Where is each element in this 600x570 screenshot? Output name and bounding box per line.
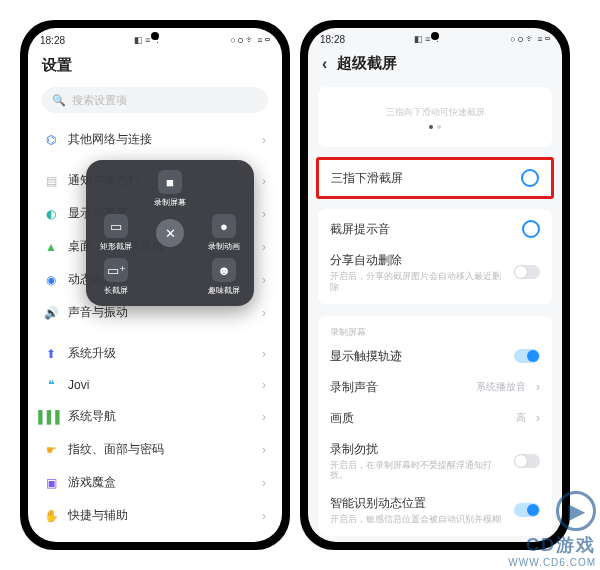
chevron-right-icon: › xyxy=(262,273,266,287)
item-label: 截屏提示音 xyxy=(330,221,512,238)
watermark: ▶ CD游戏 WWW.CD6.COM xyxy=(508,491,596,568)
back-icon[interactable]: ‹ xyxy=(322,55,327,73)
item-icon: 🔊 xyxy=(44,306,58,320)
item-label: 显示触摸轨迹 xyxy=(330,348,504,365)
item-label: 录制声音 xyxy=(330,379,466,396)
chevron-right-icon: › xyxy=(262,410,266,424)
panel-label: 长截屏 xyxy=(104,285,128,296)
chevron-right-icon: › xyxy=(262,476,266,490)
settings-item[interactable]: 显示触摸轨迹 xyxy=(318,341,552,372)
item-label: 分享自动删除 xyxy=(330,252,504,269)
status-right-icons: ○ ▢ ᯤ ≡ ▭ xyxy=(510,34,550,44)
panel-record-anim[interactable]: ● 录制动画 xyxy=(200,214,248,252)
watermark-icon: ▶ xyxy=(556,491,596,531)
chevron-right-icon: › xyxy=(536,411,540,425)
toggle-switch[interactable] xyxy=(514,454,540,468)
search-placeholder: 搜索设置项 xyxy=(72,93,127,108)
panel-label: 矩形截屏 xyxy=(100,241,132,252)
screenshot-panel[interactable]: ■ 录制屏幕 ▭ 矩形截屏 ✕ ● 录制动画 ▭⁺ 长截屏 xyxy=(86,160,254,306)
settings-item[interactable]: ❝Jovi› xyxy=(28,370,282,400)
panel-rect-screenshot[interactable]: ▭ 矩形截屏 xyxy=(92,214,140,252)
chevron-right-icon: › xyxy=(262,240,266,254)
settings-item[interactable]: ▣游戏魔盒› xyxy=(28,466,282,499)
item-label: Jovi xyxy=(68,378,252,392)
chevron-right-icon: › xyxy=(262,509,266,523)
chevron-right-icon: › xyxy=(262,133,266,147)
camera-icon: ■ xyxy=(158,170,182,194)
watermark-text1: CD游戏 xyxy=(526,533,596,557)
item-label: 画质 xyxy=(330,410,506,427)
settings-item[interactable]: 分享自动删除开启后，分享的截屏图片会自动移入最近删除 xyxy=(318,245,552,300)
chevron-right-icon: › xyxy=(262,174,266,188)
panel-record-screen[interactable]: ■ 录制屏幕 xyxy=(146,170,194,208)
rect-icon: ▭ xyxy=(104,214,128,238)
status-time: 18:28 xyxy=(40,35,65,46)
item-icon: ▌▌▌ xyxy=(44,410,58,424)
chevron-right-icon: › xyxy=(262,443,266,457)
item-label: 快捷与辅助 xyxy=(68,507,252,524)
item-icon: ❝ xyxy=(44,378,58,392)
settings-item[interactable]: 截屏提示音 xyxy=(318,213,552,245)
item-value: 系统播放音 xyxy=(476,380,526,394)
close-icon: ✕ xyxy=(156,219,184,247)
item-sub: 开启后，在录制屏幕时不受提醒浮通知打扰。 xyxy=(330,460,504,482)
chevron-right-icon: › xyxy=(536,380,540,394)
status-time: 18:28 xyxy=(320,34,345,45)
page-title: 超级截屏 xyxy=(337,54,397,73)
watermark-text2: WWW.CD6.COM xyxy=(508,557,596,568)
settings-item[interactable]: 画质高› xyxy=(318,403,552,434)
item-icon: ⌬ xyxy=(44,133,58,147)
search-icon: 🔍 xyxy=(52,94,66,107)
phone-right: 18:28 ◧ ≡ ⋮ ○ ▢ ᯤ ≡ ▭ ‹ 超级截屏 三指向下滑动可快速截屏… xyxy=(300,20,570,550)
long-icon: ▭⁺ xyxy=(104,258,128,282)
item-icon: ⬆ xyxy=(44,347,58,361)
item-sub: 开启后，敏感信息位置会被自动识别并模糊 xyxy=(330,514,504,525)
item-label: 系统升级 xyxy=(68,345,252,362)
panel-label: 趣味截屏 xyxy=(208,285,240,296)
settings-item[interactable]: ⌬其他网络与连接› xyxy=(28,123,282,156)
face-icon: ☻ xyxy=(212,258,236,282)
settings-item[interactable]: ▌▌▌系统导航› xyxy=(28,400,282,433)
settings-item[interactable]: 录制勿扰开启后，在录制屏幕时不受提醒浮通知打扰。 xyxy=(318,434,552,489)
ring-toggle[interactable] xyxy=(521,169,539,187)
record-icon: ● xyxy=(212,214,236,238)
search-input[interactable]: 🔍 搜索设置项 xyxy=(42,87,268,113)
section-title: 录制屏幕 xyxy=(318,320,552,341)
item-label: 智能识别动态位置 xyxy=(330,495,504,512)
settings-item[interactable]: 录制声音系统播放音› xyxy=(318,372,552,403)
page-header: ‹ 超级截屏 xyxy=(308,50,562,81)
preview-hint: 三指向下滑动可快速截屏 xyxy=(386,106,485,119)
three-finger-screenshot[interactable]: 三指下滑截屏 xyxy=(319,160,551,196)
panel-close[interactable]: ✕ xyxy=(146,214,194,252)
item-sub: 开启后，分享的截屏图片会自动移入最近删除 xyxy=(330,271,504,293)
panel-fun-screenshot[interactable]: ☻ 趣味截屏 xyxy=(200,258,248,296)
settings-item[interactable]: ☛指纹、面部与密码› xyxy=(28,433,282,466)
chevron-right-icon: › xyxy=(262,207,266,221)
item-label: 三指下滑截屏 xyxy=(331,170,511,187)
toggle-switch[interactable] xyxy=(514,349,540,363)
page-title: 设置 xyxy=(28,52,282,83)
item-icon: ▣ xyxy=(44,476,58,490)
screen-left: 18:28 ◧ ≡ ⋮ ○ ▢ ᯤ ≡ ▭ 设置 🔍 搜索设置项 ⌬其他网络与连… xyxy=(28,28,282,542)
settings-item[interactable]: ✋快捷与辅助› xyxy=(28,499,282,532)
item-icon: ▤ xyxy=(44,174,58,188)
chevron-right-icon: › xyxy=(262,347,266,361)
item-icon: ✋ xyxy=(44,509,58,523)
gesture-preview: 三指向下滑动可快速截屏 xyxy=(318,87,552,147)
chevron-right-icon: › xyxy=(262,378,266,392)
item-label: 指纹、面部与密码 xyxy=(68,441,252,458)
ring-toggle[interactable] xyxy=(522,220,540,238)
item-icon: ◉ xyxy=(44,273,58,287)
item-label: 游戏魔盒 xyxy=(68,474,252,491)
panel-long-screenshot[interactable]: ▭⁺ 长截屏 xyxy=(92,258,140,296)
settings-item[interactable]: ⬆系统升级› xyxy=(28,337,282,370)
item-label: 系统导航 xyxy=(68,408,252,425)
toggle-switch[interactable] xyxy=(514,265,540,279)
item-icon: ☛ xyxy=(44,443,58,457)
item-label: 其他网络与连接 xyxy=(68,131,252,148)
page-dots xyxy=(429,125,441,129)
chevron-right-icon: › xyxy=(262,306,266,320)
item-icon: ◐ xyxy=(44,207,58,221)
camera-hole xyxy=(151,32,159,40)
item-label: 录制勿扰 xyxy=(330,441,504,458)
